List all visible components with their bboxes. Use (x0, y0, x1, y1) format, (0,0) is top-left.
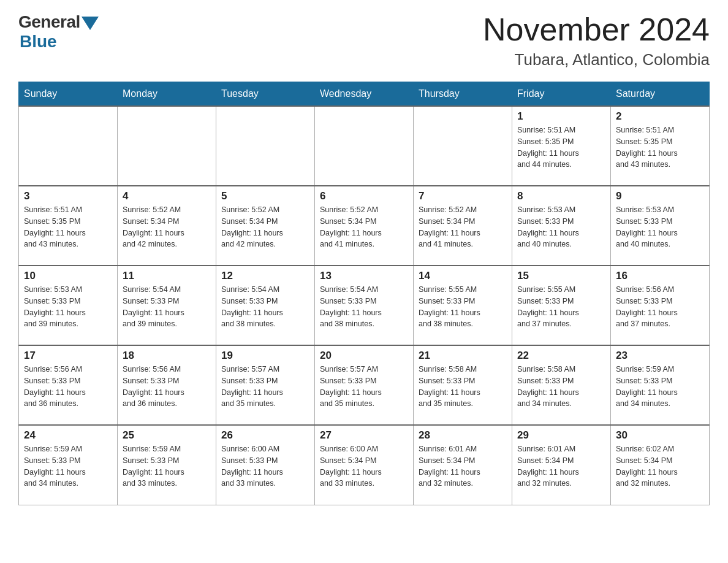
day-number: 30 (616, 429, 704, 442)
day-info: Sunrise: 5:59 AMSunset: 5:33 PMDaylight:… (123, 443, 211, 489)
day-of-week-header: Thursday (414, 82, 512, 107)
day-info: Sunrise: 6:01 AMSunset: 5:34 PMDaylight:… (517, 443, 605, 489)
day-number: 22 (517, 350, 605, 362)
logo-general-text: General (18, 12, 80, 32)
page-header: General Blue November 2024 Tubara, Atlan… (18, 12, 710, 69)
day-number: 8 (517, 190, 605, 202)
calendar-cell: 27Sunrise: 6:00 AMSunset: 5:34 PMDayligh… (315, 425, 414, 505)
calendar-cell: 28Sunrise: 6:01 AMSunset: 5:34 PMDayligh… (414, 425, 512, 505)
day-of-week-header: Saturday (611, 82, 710, 107)
day-info: Sunrise: 6:00 AMSunset: 5:34 PMDaylight:… (320, 443, 408, 489)
day-info: Sunrise: 5:53 AMSunset: 5:33 PMDaylight:… (517, 204, 605, 250)
calendar-cell: 1Sunrise: 5:51 AMSunset: 5:35 PMDaylight… (512, 106, 611, 186)
day-info: Sunrise: 5:56 AMSunset: 5:33 PMDaylight:… (123, 364, 211, 410)
day-number: 21 (419, 350, 507, 362)
calendar-week-row: 10Sunrise: 5:53 AMSunset: 5:33 PMDayligh… (19, 266, 710, 345)
calendar-header-row: SundayMondayTuesdayWednesdayThursdayFrid… (19, 82, 710, 107)
day-number: 20 (320, 350, 408, 362)
day-info: Sunrise: 5:58 AMSunset: 5:33 PMDaylight:… (517, 364, 605, 410)
calendar-week-row: 1Sunrise: 5:51 AMSunset: 5:35 PMDaylight… (19, 106, 710, 186)
day-number: 11 (123, 270, 211, 282)
day-info: Sunrise: 6:00 AMSunset: 5:33 PMDaylight:… (221, 443, 309, 489)
day-info: Sunrise: 5:54 AMSunset: 5:33 PMDaylight:… (320, 284, 408, 330)
calendar-cell (19, 106, 118, 186)
day-number: 4 (123, 190, 211, 202)
day-number: 18 (123, 350, 211, 362)
day-info: Sunrise: 5:54 AMSunset: 5:33 PMDaylight:… (123, 284, 211, 330)
day-number: 28 (419, 429, 507, 442)
calendar-cell: 6Sunrise: 5:52 AMSunset: 5:34 PMDaylight… (315, 186, 414, 266)
day-info: Sunrise: 5:58 AMSunset: 5:33 PMDaylight:… (419, 364, 507, 410)
day-of-week-header: Friday (512, 82, 611, 107)
logo: General Blue (18, 12, 99, 52)
day-number: 13 (320, 270, 408, 282)
calendar-cell: 16Sunrise: 5:56 AMSunset: 5:33 PMDayligh… (611, 266, 710, 345)
calendar-week-row: 24Sunrise: 5:59 AMSunset: 5:33 PMDayligh… (19, 425, 710, 505)
calendar-table: SundayMondayTuesdayWednesdayThursdayFrid… (18, 82, 710, 505)
day-info: Sunrise: 5:55 AMSunset: 5:33 PMDaylight:… (419, 284, 507, 330)
calendar-cell: 2Sunrise: 5:51 AMSunset: 5:35 PMDaylight… (611, 106, 710, 186)
calendar-cell: 14Sunrise: 5:55 AMSunset: 5:33 PMDayligh… (414, 266, 512, 345)
day-info: Sunrise: 5:54 AMSunset: 5:33 PMDaylight:… (221, 284, 309, 330)
calendar-cell: 17Sunrise: 5:56 AMSunset: 5:33 PMDayligh… (19, 345, 118, 425)
day-number: 1 (517, 110, 605, 123)
day-info: Sunrise: 5:53 AMSunset: 5:33 PMDaylight:… (616, 204, 704, 250)
calendar-cell: 7Sunrise: 5:52 AMSunset: 5:34 PMDaylight… (414, 186, 512, 266)
day-number: 15 (517, 270, 605, 282)
calendar-cell (118, 106, 216, 186)
calendar-week-row: 17Sunrise: 5:56 AMSunset: 5:33 PMDayligh… (19, 345, 710, 425)
calendar-cell: 25Sunrise: 5:59 AMSunset: 5:33 PMDayligh… (118, 425, 216, 505)
day-of-week-header: Sunday (19, 82, 118, 107)
day-number: 19 (221, 350, 309, 362)
calendar-cell: 3Sunrise: 5:51 AMSunset: 5:35 PMDaylight… (19, 186, 118, 266)
calendar-cell: 19Sunrise: 5:57 AMSunset: 5:33 PMDayligh… (216, 345, 315, 425)
day-info: Sunrise: 5:52 AMSunset: 5:34 PMDaylight:… (419, 204, 507, 250)
day-info: Sunrise: 5:51 AMSunset: 5:35 PMDaylight:… (517, 124, 605, 170)
calendar-cell: 13Sunrise: 5:54 AMSunset: 5:33 PMDayligh… (315, 266, 414, 345)
day-info: Sunrise: 6:02 AMSunset: 5:34 PMDaylight:… (616, 443, 704, 489)
logo-blue-text: Blue (20, 32, 57, 52)
day-info: Sunrise: 5:51 AMSunset: 5:35 PMDaylight:… (616, 124, 704, 170)
day-info: Sunrise: 5:52 AMSunset: 5:34 PMDaylight:… (320, 204, 408, 250)
day-of-week-header: Tuesday (216, 82, 315, 107)
calendar-cell: 4Sunrise: 5:52 AMSunset: 5:34 PMDaylight… (118, 186, 216, 266)
day-number: 17 (24, 350, 112, 362)
calendar-cell: 10Sunrise: 5:53 AMSunset: 5:33 PMDayligh… (19, 266, 118, 345)
day-of-week-header: Monday (118, 82, 216, 107)
day-number: 2 (616, 110, 704, 123)
day-number: 9 (616, 190, 704, 202)
calendar-cell: 20Sunrise: 5:57 AMSunset: 5:33 PMDayligh… (315, 345, 414, 425)
day-info: Sunrise: 5:57 AMSunset: 5:33 PMDaylight:… (320, 364, 408, 410)
calendar-cell: 5Sunrise: 5:52 AMSunset: 5:34 PMDaylight… (216, 186, 315, 266)
calendar-cell (216, 106, 315, 186)
day-number: 6 (320, 190, 408, 202)
day-number: 25 (123, 429, 211, 442)
calendar-cell: 12Sunrise: 5:54 AMSunset: 5:33 PMDayligh… (216, 266, 315, 345)
logo-triangle-icon (82, 17, 99, 30)
day-info: Sunrise: 5:56 AMSunset: 5:33 PMDaylight:… (616, 284, 704, 330)
month-title: November 2024 (483, 12, 710, 47)
day-number: 5 (221, 190, 309, 202)
day-info: Sunrise: 5:52 AMSunset: 5:34 PMDaylight:… (221, 204, 309, 250)
calendar-cell: 24Sunrise: 5:59 AMSunset: 5:33 PMDayligh… (19, 425, 118, 505)
day-number: 16 (616, 270, 704, 282)
calendar-cell: 18Sunrise: 5:56 AMSunset: 5:33 PMDayligh… (118, 345, 216, 425)
day-info: Sunrise: 5:53 AMSunset: 5:33 PMDaylight:… (24, 284, 112, 330)
day-number: 7 (419, 190, 507, 202)
day-info: Sunrise: 6:01 AMSunset: 5:34 PMDaylight:… (419, 443, 507, 489)
day-of-week-header: Wednesday (315, 82, 414, 107)
day-number: 29 (517, 429, 605, 442)
calendar-cell: 15Sunrise: 5:55 AMSunset: 5:33 PMDayligh… (512, 266, 611, 345)
calendar-week-row: 3Sunrise: 5:51 AMSunset: 5:35 PMDaylight… (19, 186, 710, 266)
day-number: 26 (221, 429, 309, 442)
calendar-cell (414, 106, 512, 186)
day-number: 14 (419, 270, 507, 282)
calendar-cell: 30Sunrise: 6:02 AMSunset: 5:34 PMDayligh… (611, 425, 710, 505)
day-info: Sunrise: 5:56 AMSunset: 5:33 PMDaylight:… (24, 364, 112, 410)
day-info: Sunrise: 5:55 AMSunset: 5:33 PMDaylight:… (517, 284, 605, 330)
calendar-cell: 29Sunrise: 6:01 AMSunset: 5:34 PMDayligh… (512, 425, 611, 505)
day-info: Sunrise: 5:52 AMSunset: 5:34 PMDaylight:… (123, 204, 211, 250)
day-info: Sunrise: 5:59 AMSunset: 5:33 PMDaylight:… (616, 364, 704, 410)
calendar-cell: 9Sunrise: 5:53 AMSunset: 5:33 PMDaylight… (611, 186, 710, 266)
day-number: 12 (221, 270, 309, 282)
